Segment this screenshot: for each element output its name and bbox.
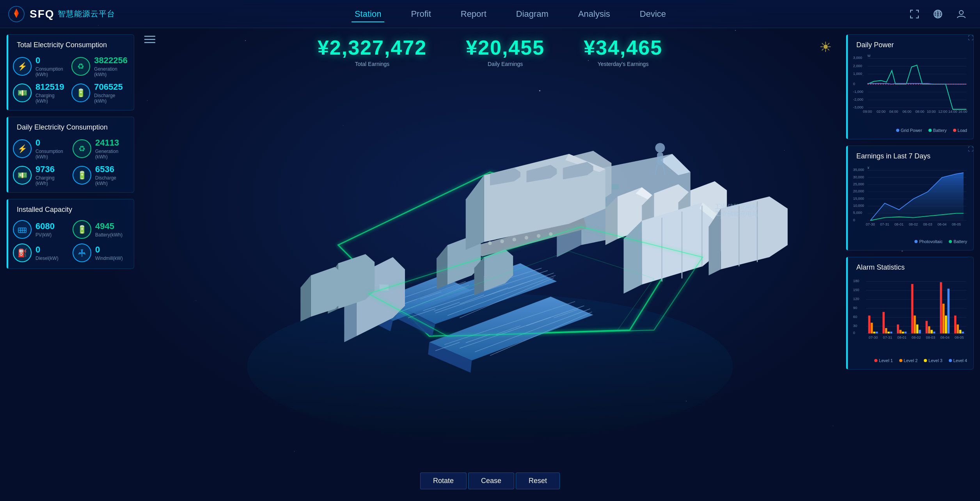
legend-battery: Battery xyxy=(929,128,947,133)
installed-capacity-section: Installed Capacity 6080 PV(kW) xyxy=(6,199,134,269)
svg-point-187 xyxy=(549,232,552,236)
total-consumption-item: ⚡ 0 Consumption(kWh) xyxy=(13,55,67,77)
svg-text:08-03: 08-03 xyxy=(926,336,935,339)
daily-earnings-item: ¥20,455 Daily Earnings xyxy=(466,36,545,67)
daily-discharge-icon: 🔋 xyxy=(73,166,91,185)
svg-text:07-30: 07-30 xyxy=(869,336,878,339)
daily-power-legend: Grid Power Battery Load xyxy=(852,128,967,133)
earnings-expand[interactable]: ⛶ xyxy=(968,146,973,152)
svg-rect-90 xyxy=(902,332,904,334)
svg-rect-96 xyxy=(925,321,928,333)
svg-text:08-04: 08-04 xyxy=(940,336,949,339)
alarm-legend: Level 1 Level 2 Level 3 Level 4 xyxy=(852,358,967,363)
right-panel: Daily Power ⛶ 3,000 2,000 1,000 0 -1,000… xyxy=(840,28,980,501)
daily-discharge-value: 6536 xyxy=(95,164,116,174)
svg-text:0: 0 xyxy=(853,82,855,86)
svg-text:35,000: 35,000 xyxy=(853,168,864,172)
svg-text:10:00: 10:00 xyxy=(927,110,936,114)
generation-icon: ♻ xyxy=(71,57,90,76)
diesel-value: 0 xyxy=(36,245,59,255)
svg-text:08-02: 08-02 xyxy=(909,222,918,226)
discharge-icon: 🔋 xyxy=(71,84,90,102)
3d-scene-svg: 工业储能充电站 工业储能充电站 xyxy=(140,75,840,470)
svg-text:120: 120 xyxy=(853,297,859,301)
svg-text:W: W xyxy=(868,54,871,58)
svg-point-182 xyxy=(488,242,492,245)
total-charging-label: Charging(kWh) xyxy=(36,93,64,104)
windmill-icon xyxy=(73,243,91,262)
battery-capacity-icon: 🔋 xyxy=(73,220,91,239)
alarm-chart: 180 150 120 90 60 30 0 xyxy=(852,279,967,357)
daily-charging-value: 9736 xyxy=(36,164,55,174)
svg-rect-85 xyxy=(885,328,888,334)
header: SFQ 智慧能源云平台 Station Profit Report Diagra… xyxy=(0,0,980,28)
svg-text:180: 180 xyxy=(853,279,859,283)
svg-text:10,000: 10,000 xyxy=(853,204,864,208)
daily-consumption-icon: ⚡ xyxy=(13,139,32,158)
svg-point-183 xyxy=(500,240,504,243)
cease-button[interactable]: Cease xyxy=(468,473,514,489)
nav-analysis[interactable]: Analysis xyxy=(575,7,613,21)
daily-power-expand[interactable]: ⛶ xyxy=(968,35,973,41)
svg-rect-106 xyxy=(959,330,962,333)
daily-generation-value: 24113 xyxy=(95,138,119,148)
logo-area: SFQ 智慧能源云平台 xyxy=(0,5,125,23)
svg-rect-105 xyxy=(957,325,959,334)
total-charging-value: 812519 xyxy=(36,82,64,92)
svg-text:07-31: 07-31 xyxy=(883,336,892,339)
charging-icon: 💵 xyxy=(13,84,32,102)
svg-rect-95 xyxy=(919,330,921,333)
windmill-value: 0 xyxy=(95,245,123,255)
daily-earnings-value: ¥20,455 xyxy=(466,36,545,59)
svg-rect-207 xyxy=(657,153,663,165)
daily-discharge-item: 🔋 6536 Discharge(kWh) xyxy=(73,164,128,186)
svg-text:04:00: 04:00 xyxy=(889,110,898,114)
total-generation-item: ♻ 3822256 Generation(kWh) xyxy=(71,55,128,77)
total-earnings-value: ¥2,327,472 xyxy=(318,36,427,59)
battery-capacity-label: Battery(kWh) xyxy=(95,232,123,238)
nav-report[interactable]: Report xyxy=(458,7,490,21)
globe-icon[interactable] xyxy=(931,7,945,21)
diesel-item: ⛽ 0 Diesel(kW) xyxy=(13,243,68,262)
nav-station[interactable]: Station xyxy=(352,7,385,21)
svg-rect-122 xyxy=(611,184,619,189)
svg-rect-102 xyxy=(945,316,947,334)
pv-icon xyxy=(13,220,32,239)
legend-level1: Level 1 xyxy=(874,358,893,363)
svg-rect-92 xyxy=(911,284,914,334)
installed-capacity-metrics: 6080 PV(kW) 🔋 4945 Battery(kWh) ⛽ 0 Dies… xyxy=(13,220,128,262)
rotate-button[interactable]: Rotate xyxy=(420,473,467,489)
daily-power-panel: Daily Power ⛶ 3,000 2,000 1,000 0 -1,000… xyxy=(846,34,974,139)
total-consumption-label: Consumption(kWh) xyxy=(36,66,63,77)
daily-consumption-label: Consumption(kWh) xyxy=(36,149,63,160)
svg-text:15,000: 15,000 xyxy=(853,197,864,201)
svg-text:02:00: 02:00 xyxy=(877,110,886,114)
nav-profit[interactable]: Profit xyxy=(408,7,434,21)
3d-scene[interactable]: 工业储能充电站 工业储能充电站 xyxy=(140,75,840,470)
battery-capacity-value: 4945 xyxy=(95,221,123,231)
svg-rect-100 xyxy=(940,282,942,333)
daily-charging-item: 💵 9736 Charging(kWh) xyxy=(13,164,68,186)
menu-icon[interactable] xyxy=(144,35,155,46)
logo-text: SFQ xyxy=(30,8,55,20)
user-icon[interactable] xyxy=(954,7,968,21)
nav-device[interactable]: Device xyxy=(637,7,669,21)
fullscreen-icon[interactable] xyxy=(907,7,921,21)
svg-point-115 xyxy=(247,293,733,439)
reset-button[interactable]: Reset xyxy=(516,473,560,489)
nav-diagram[interactable]: Diagram xyxy=(513,7,552,21)
daily-electricity-section: Daily Electricity Consumption ⚡ 0 Consum… xyxy=(6,117,134,193)
total-discharge-label: Discharge(kWh) xyxy=(94,93,123,104)
yesterday-earnings-item: ¥34,465 Yesterday's Earnings xyxy=(584,36,662,67)
svg-text:60: 60 xyxy=(853,315,857,319)
svg-text:5,000: 5,000 xyxy=(853,211,862,215)
alarm-svg: 180 150 120 90 60 30 0 xyxy=(852,279,967,345)
legend-level2: Level 2 xyxy=(899,358,918,363)
svg-text:2,000: 2,000 xyxy=(853,64,862,68)
sun-icon: ☀ xyxy=(819,39,832,55)
total-earnings-item: ¥2,327,472 Total Earnings xyxy=(318,36,427,67)
svg-text:1,000: 1,000 xyxy=(853,72,862,76)
svg-point-184 xyxy=(513,238,516,241)
svg-text:08-02: 08-02 xyxy=(912,336,921,339)
svg-point-6 xyxy=(959,11,963,14)
